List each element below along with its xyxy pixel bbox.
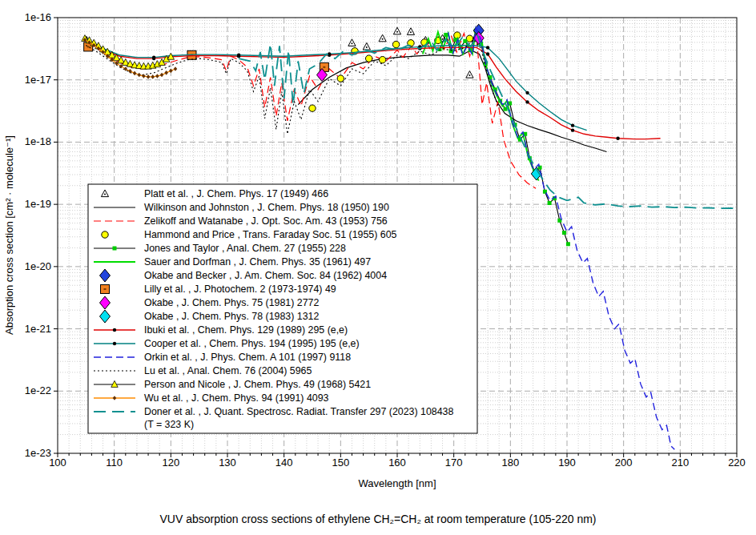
legend-label: Sauer and Dorfman , J. Chem. Phys. 35 (1… xyxy=(144,256,371,268)
legend-label: Lu et al. , Anal. Chem. 76 (2004) 5965 xyxy=(144,365,312,376)
series-orkin xyxy=(448,28,675,450)
legend-item-hammond: Hammond and Price , Trans. Faraday Soc. … xyxy=(102,229,397,240)
x-tick-label: 210 xyxy=(671,457,689,469)
legend-label: Okabe , J. Chem. Phys. 78 (1983) 1312 xyxy=(144,311,319,322)
legend-label: Cooper et al. , Chem. Phys. 194 (1995) 1… xyxy=(144,338,360,349)
y-axis: 1e-161e-171e-181e-191e-201e-211e-221e-23 xyxy=(25,11,58,459)
legend-label: Lilly et al. , J. Photochem. 2 (1973-197… xyxy=(144,284,336,295)
legend-label: Person and Nicole , J. Chem. Phys. 49 (1… xyxy=(144,379,371,390)
y-tick-label: 1e-18 xyxy=(25,135,51,147)
legend-label: Jones and Taylor , Anal. Chem. 27 (1955)… xyxy=(144,243,346,254)
legend-label: Doner et al. , J. Quant. Spectrosc. Radi… xyxy=(144,406,453,417)
y-axis-label: Absorption cross section [cm² · molecule… xyxy=(1,18,17,453)
x-tick-label: 170 xyxy=(445,457,463,469)
series-wu xyxy=(83,38,178,79)
absorption-chart: 1001101201301401501601701801902002102201… xyxy=(0,0,756,535)
legend: Platt et al. , J. Chem. Phys. 17 (1949) … xyxy=(88,184,477,433)
y-tick-label: 1e-23 xyxy=(25,447,51,459)
legend-label: Wu et al. , J. Chem. Phys. 94 (1991) 409… xyxy=(144,392,329,404)
legend-label: Zelikoff and Watanabe , J. Opt. Soc. Am.… xyxy=(144,215,388,227)
series-person xyxy=(82,35,175,70)
x-tick-label: 220 xyxy=(728,457,746,469)
y-tick-label: 1e-21 xyxy=(25,323,51,335)
legend-label: Hammond and Price , Trans. Faraday Soc. … xyxy=(144,229,397,240)
legend-label: Okabe , J. Chem. Phys. 75 (1981) 2772 xyxy=(144,297,319,308)
x-tick-label: 160 xyxy=(388,457,406,469)
x-axis-label: Wavelength [nm] xyxy=(58,477,737,489)
x-tick-label: 200 xyxy=(615,457,633,469)
x-tick-label: 150 xyxy=(332,457,349,469)
y-tick-label: 1e-20 xyxy=(25,260,51,272)
x-tick-label: 110 xyxy=(106,457,123,469)
x-axis: 100110120130140150160170180190200210220 xyxy=(49,453,746,469)
legend-label-line2: (T = 323 K) xyxy=(144,419,194,430)
legend-label: Wilkinson and Johnston , J. Chem. Phys. … xyxy=(144,202,389,213)
y-tick-label: 1e-17 xyxy=(25,74,51,86)
legend-label: Orkin et al. , J. Phys. Chem. A 101 (199… xyxy=(144,352,351,363)
x-tick-label: 180 xyxy=(501,457,519,469)
series-wilkinson xyxy=(298,50,606,152)
x-tick-label: 120 xyxy=(162,457,179,469)
chart-caption: VUV absorption cross sections of ethylen… xyxy=(19,513,737,525)
x-tick-label: 130 xyxy=(219,457,236,469)
chart-page: 1001101201301401501601701801902002102201… xyxy=(0,0,756,535)
y-tick-label: 1e-16 xyxy=(25,11,51,23)
legend-label: Ibuki et al. , Chem. Phys. 129 (1989) 29… xyxy=(144,324,348,336)
x-tick-label: 190 xyxy=(558,457,576,469)
x-tick-label: 100 xyxy=(49,457,66,469)
y-tick-label: 1e-22 xyxy=(25,384,51,396)
legend-label: Okabe and Becker , J. Am. Chem. Soc. 84 … xyxy=(144,270,387,281)
x-tick-label: 140 xyxy=(275,457,293,469)
y-tick-label: 1e-19 xyxy=(25,198,51,210)
legend-label: Platt et al. , J. Chem. Phys. 17 (1949) … xyxy=(144,188,328,199)
